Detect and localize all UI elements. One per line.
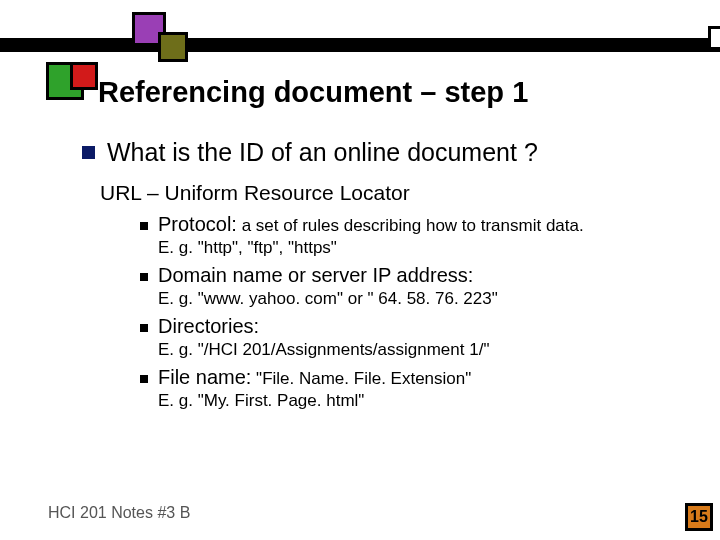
item-label: File name:: [158, 366, 251, 388]
item-label: Directories:: [158, 315, 259, 337]
slide-title: Referencing document – step 1: [98, 76, 528, 109]
subhead-text: URL – Uniform Resource Locator: [100, 181, 682, 205]
bullet-icon: [140, 324, 148, 332]
item-example: E. g. "/HCI 201/Assignments/assignment 1…: [158, 340, 682, 360]
item-example: E. g. "www. yahoo. com" or " 64. 58. 76.…: [158, 289, 682, 309]
item-label: Protocol:: [158, 213, 237, 235]
item-label: Domain name or server IP address:: [158, 264, 473, 286]
list-item: Directories: E. g. "/HCI 201/Assignments…: [140, 315, 682, 360]
header-bar: [0, 38, 720, 52]
item-def: a set of rules describing how to transmi…: [237, 216, 584, 235]
list-item: File name: "File. Name. File. Extension"…: [140, 366, 682, 411]
item-example: E. g. "My. First. Page. html": [158, 391, 682, 411]
footer-note: HCI 201 Notes #3 B: [48, 504, 190, 522]
bullet-level1: What is the ID of an online document ?: [82, 138, 682, 167]
list-item: Domain name or server IP address: E. g. …: [140, 264, 682, 309]
deco-square-red: [70, 62, 98, 90]
question-text: What is the ID of an online document ?: [107, 138, 538, 167]
deco-square-olive: [158, 32, 188, 62]
slide-content: What is the ID of an online document ? U…: [82, 138, 682, 417]
item-def: "File. Name. File. Extension": [251, 369, 471, 388]
bullet-icon: [140, 273, 148, 281]
item-example: E. g. "http", "ftp", "https": [158, 238, 682, 258]
bullet-icon: [82, 146, 95, 159]
deco-square-white-2: [708, 26, 720, 50]
bullet-icon: [140, 222, 148, 230]
list-item: Protocol: a set of rules describing how …: [140, 213, 682, 258]
bullet-icon: [140, 375, 148, 383]
page-number-box: 15: [685, 503, 713, 531]
page-number: 15: [690, 508, 708, 526]
